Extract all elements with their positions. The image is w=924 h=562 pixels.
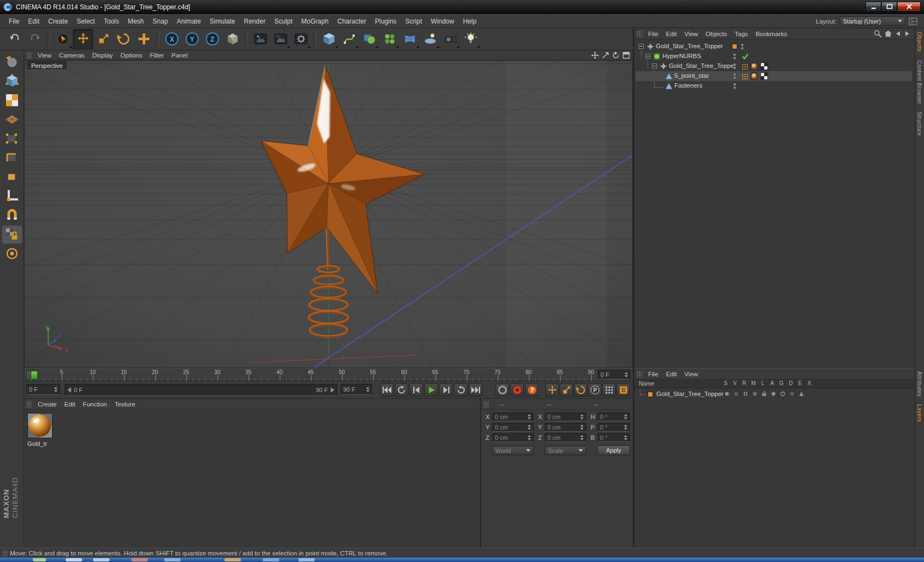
prev-frame-button[interactable] — [409, 383, 423, 397]
rotation-group-header[interactable]: -- — [594, 401, 598, 408]
selection-tag-icon[interactable] — [742, 73, 748, 79]
menu-item-select[interactable]: Select — [72, 16, 99, 27]
taskbar-icon[interactable] — [224, 558, 241, 561]
om-menu-item-bookmarks[interactable]: Bookmarks — [752, 30, 791, 38]
rotate-button[interactable] — [113, 29, 134, 49]
taskbar-icon[interactable] — [164, 558, 181, 561]
layer-color-tag[interactable] — [732, 44, 737, 49]
add-deformer-button[interactable] — [400, 29, 420, 49]
start-frame-box[interactable]: 0 F — [26, 384, 60, 395]
uvw-tag-icon[interactable] — [760, 72, 768, 80]
visibility-dots[interactable] — [733, 83, 736, 89]
viewport-canvas[interactable]: Y X Z — [24, 60, 633, 368]
menu-item-plugins[interactable]: Plugins — [371, 16, 401, 27]
layout-grid-icon[interactable] — [909, 18, 917, 25]
record-parameter-button[interactable]: P — [588, 383, 602, 397]
autokey-button[interactable] — [510, 383, 524, 397]
expand-toggle[interactable] — [645, 54, 650, 59]
object-label[interactable]: 5_point_star — [674, 72, 709, 79]
jump-end-button[interactable] — [469, 383, 482, 397]
world-combo[interactable]: World — [492, 446, 534, 455]
menu-item-file[interactable]: File — [4, 16, 24, 27]
toggle-view-button[interactable] — [622, 51, 631, 59]
layers-menu-item-edit[interactable]: Edit — [662, 370, 681, 379]
visibility-dots[interactable] — [733, 73, 736, 79]
spinner-arrows-icon[interactable] — [525, 425, 531, 430]
pos-x-field[interactable]: 0 cm — [492, 412, 534, 421]
range-slider[interactable]: 0 F 90 F — [65, 384, 337, 395]
add-cube-button[interactable] — [319, 29, 339, 49]
spinner-arrows-icon[interactable] — [52, 387, 57, 392]
tab-layers[interactable]: Layers — [916, 404, 922, 422]
make-editable-button[interactable] — [2, 52, 22, 71]
layer-name-label[interactable]: Gold_Star_Tree_Topper — [656, 391, 724, 397]
object-row[interactable]: Gold_Star_Tree_Topper — [636, 61, 912, 71]
object-row[interactable]: HyperNURBS — [636, 51, 912, 61]
panel-splitter[interactable] — [481, 399, 481, 548]
spinner-arrows-icon[interactable] — [622, 372, 628, 377]
edges-mode-button[interactable] — [2, 148, 22, 167]
taskbar-icon[interactable] — [263, 558, 279, 561]
taskbar-icon[interactable] — [298, 558, 315, 561]
range-end-grip-icon[interactable] — [331, 387, 334, 393]
object-row-selected[interactable]: 5_point_star — [636, 71, 912, 81]
render-view-button[interactable] — [250, 29, 270, 49]
live-selection-button[interactable] — [53, 29, 73, 49]
drag-handle-icon[interactable] — [26, 52, 32, 59]
material-menu-item-texture[interactable]: Texture — [111, 400, 139, 409]
search-icon[interactable] — [874, 30, 882, 38]
menu-item-edit[interactable]: Edit — [24, 16, 44, 27]
material-menu-item-create[interactable]: Create — [34, 400, 61, 409]
object-row[interactable]: Fasteners — [636, 81, 912, 91]
range-start-grip-icon[interactable] — [67, 387, 71, 393]
rot-p-field[interactable]: 0 ° — [597, 423, 630, 432]
workplane-lock-button[interactable] — [2, 225, 22, 244]
object-label[interactable]: HyperNURBS — [662, 53, 701, 59]
add-spline-button[interactable] — [339, 29, 359, 49]
drag-handle-icon[interactable] — [637, 371, 642, 377]
polygons-mode-button[interactable] — [2, 167, 22, 186]
record-rotation-button[interactable] — [574, 383, 587, 397]
spinner-arrows-icon[interactable] — [364, 387, 369, 392]
taskbar-icon[interactable] — [66, 558, 82, 561]
menu-item-sculpt[interactable]: Sculpt — [270, 16, 297, 27]
lock-z-button[interactable]: Z — [202, 29, 222, 49]
viewport-menu-item-view[interactable]: View — [34, 51, 55, 60]
object-row[interactable]: Gold_Star_Tree_Topper — [636, 42, 912, 51]
frame-spinbox[interactable]: 0 F — [598, 370, 631, 380]
menu-item-help[interactable]: Help — [459, 16, 481, 27]
object-label[interactable]: Fasteners — [674, 82, 702, 89]
tab-objects[interactable]: Objects — [916, 32, 922, 52]
quantize-button[interactable] — [2, 244, 22, 263]
render-picture-viewer-button[interactable] — [270, 29, 291, 49]
axis-mode-button[interactable] — [2, 186, 22, 205]
next-key-button[interactable] — [454, 383, 467, 397]
play-button[interactable] — [424, 383, 438, 397]
expand-toggle[interactable] — [639, 44, 644, 49]
object-label[interactable]: Gold_Star_Tree_Topper — [669, 62, 736, 69]
maximize-button[interactable] — [881, 2, 897, 12]
tab-content-browser[interactable]: Content Browser — [916, 60, 922, 104]
layer-manager-toggle[interactable] — [750, 391, 759, 397]
undo-button[interactable] — [4, 29, 25, 49]
drag-handle-icon[interactable] — [26, 401, 32, 408]
end-frame-box[interactable]: 90 F — [340, 384, 372, 395]
close-button[interactable] — [897, 2, 921, 12]
back-arrow-icon[interactable] — [894, 30, 902, 38]
help-button[interactable]: ? — [525, 383, 539, 397]
material-swatch[interactable] — [27, 413, 53, 438]
spinner-arrows-icon[interactable] — [578, 414, 584, 420]
zoom-view-button[interactable] — [601, 51, 610, 59]
spinner-arrows-icon[interactable] — [525, 435, 531, 440]
taskbar-icon[interactable] — [131, 558, 148, 561]
rot-b-field[interactable]: 0 ° — [597, 433, 630, 442]
layer-lock-toggle[interactable] — [759, 391, 769, 397]
menu-item-mograph[interactable]: MoGraph — [297, 16, 333, 27]
menu-item-create[interactable]: Create — [44, 16, 72, 27]
layer-expressions-toggle[interactable] — [796, 391, 806, 397]
pan-view-button[interactable] — [591, 51, 599, 59]
pos-y-field[interactable]: 0 cm — [492, 423, 534, 432]
om-menu-item-view[interactable]: View — [680, 30, 702, 38]
material-name-label[interactable]: Gold_tr — [27, 440, 47, 447]
viewport-menu-item-options[interactable]: Options — [117, 51, 146, 60]
